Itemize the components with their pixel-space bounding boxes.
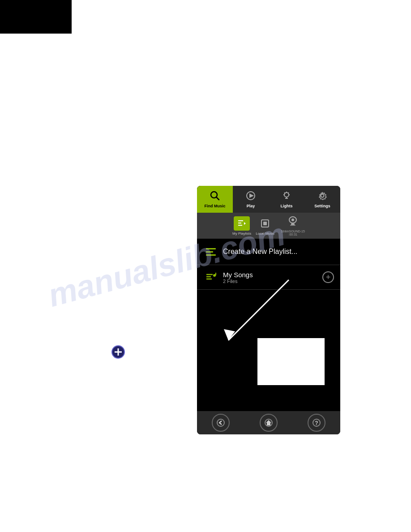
home-button[interactable] xyxy=(260,414,278,432)
tab-settings[interactable]: Settings xyxy=(304,186,340,213)
phone-app-ui: Find Music Play xyxy=(197,186,340,434)
tab-settings-label: Settings xyxy=(314,204,330,208)
icon-line-2 xyxy=(206,251,213,253)
svg-text:?: ? xyxy=(315,420,318,426)
gear-icon xyxy=(317,191,327,203)
create-playlist-icon xyxy=(203,244,218,259)
playlist-note-icon xyxy=(203,270,218,285)
svg-rect-23 xyxy=(263,222,267,225)
sub-nav-bar: My Playlists Local Music StriimSOUND xyxy=(197,213,340,239)
help-button[interactable]: ? xyxy=(308,414,325,432)
svg-marker-21 xyxy=(244,222,246,225)
svg-line-15 xyxy=(284,193,285,193)
plus-circle-icon-left[interactable] xyxy=(111,345,125,359)
svg-point-17 xyxy=(321,194,324,197)
tab-bar: Find Music Play xyxy=(197,186,340,213)
device-name: StriimSOUND-15 xyxy=(281,230,305,233)
sub-nav-my-playlists-label: My Playlists xyxy=(232,232,251,236)
top-left-black-rectangle xyxy=(0,0,72,34)
playlist-files-my-songs: 2 Files xyxy=(223,279,318,284)
device-time: :00:31 xyxy=(289,233,297,236)
my-playlists-icon-wrapper xyxy=(234,216,250,231)
bottom-nav-bar: ? xyxy=(197,411,340,434)
playlist-info-my-songs: My Songs 2 Files xyxy=(223,271,318,284)
playlist-row-my-songs[interactable]: My Songs 2 Files + xyxy=(197,265,340,290)
tab-lights-label: Lights xyxy=(281,204,293,208)
tab-find-music-label: Find Music xyxy=(205,204,226,208)
svg-point-33 xyxy=(217,419,224,426)
lights-icon xyxy=(282,191,291,203)
svg-rect-26 xyxy=(291,223,295,225)
icon-line-3 xyxy=(206,254,216,256)
svg-marker-8 xyxy=(249,193,254,198)
icon-line-1 xyxy=(206,248,216,249)
playlist-add-button-my-songs[interactable]: + xyxy=(322,271,334,283)
tab-play[interactable]: Play xyxy=(233,186,269,213)
search-icon xyxy=(210,191,220,203)
svg-rect-27 xyxy=(290,225,295,226)
svg-marker-35 xyxy=(266,420,271,425)
sub-nav-my-playlists[interactable]: My Playlists xyxy=(232,216,251,236)
tab-play-label: Play xyxy=(247,204,255,208)
create-playlist-text: Create a New Playlist... xyxy=(223,248,297,256)
playlist-name-my-songs: My Songs xyxy=(223,271,318,279)
tab-find-music[interactable]: Find Music xyxy=(197,186,233,213)
sub-nav-local-music[interactable]: Local Music xyxy=(256,216,274,236)
svg-line-16 xyxy=(288,193,289,193)
sub-nav-local-music-label: Local Music xyxy=(256,232,274,236)
device-info: StriimSOUND-15 :00:31 xyxy=(281,215,305,236)
play-icon xyxy=(246,191,256,203)
svg-line-6 xyxy=(216,197,219,200)
back-button[interactable] xyxy=(212,414,230,432)
tab-lights[interactable]: Lights xyxy=(269,186,304,213)
device-speaker-icon xyxy=(287,215,299,230)
svg-point-25 xyxy=(291,219,294,221)
local-music-icon-wrapper xyxy=(257,216,273,231)
create-new-playlist-row[interactable]: Create a New Playlist... xyxy=(197,239,340,265)
main-content-area: Create a New Playlist... My Songs 2 File… xyxy=(197,239,340,411)
